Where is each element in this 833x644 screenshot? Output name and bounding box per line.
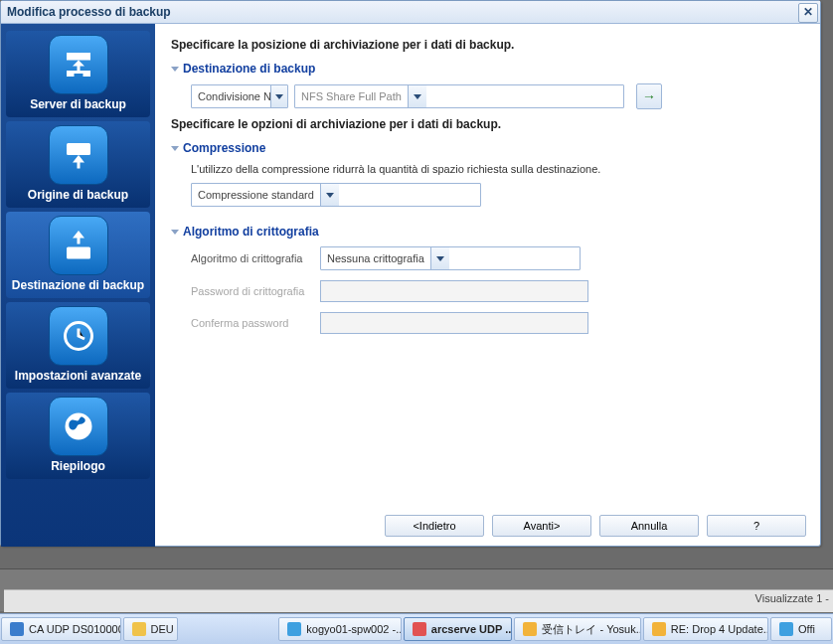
taskbar-item[interactable]: 受信トレイ - Yosuk...: [514, 617, 640, 641]
sidebar-item-backup-source[interactable]: Origine di backup: [6, 121, 150, 208]
destination-path-combo[interactable]: NFS Share Full Path: [294, 84, 624, 108]
taskbar-item[interactable]: DEU: [123, 617, 179, 641]
dialog-title: Modifica processo di backup: [7, 5, 171, 19]
status-text: Visualizzate 1 -: [755, 592, 829, 604]
combo-value: Condivisione N: [192, 90, 270, 102]
sidebar-item-backup-destination[interactable]: Destinazione di backup: [6, 212, 150, 298]
page-heading-2: Specificare le opzioni di archiviazione …: [171, 117, 804, 131]
chevron-down-icon: [320, 184, 339, 206]
svg-rect-0: [67, 143, 90, 155]
clock-icon: [49, 306, 108, 366]
sidebar-item-label: Destinazione di backup: [8, 279, 148, 292]
encryption-algorithm-combo[interactable]: Nessuna crittografia: [320, 246, 581, 270]
destination-type-combo[interactable]: Condivisione N: [191, 84, 288, 108]
sidebar-item-summary[interactable]: Riepilogo: [6, 393, 150, 479]
sidebar-item-backup-server[interactable]: Server di backup: [6, 31, 150, 117]
section-title: Destinazione di backup: [183, 62, 315, 76]
taskbar-label: 受信トレイ - Yosuk...: [542, 622, 640, 637]
confirm-password-field: [320, 312, 588, 334]
taskbar-item[interactable]: CA UDP DS010000: [1, 617, 121, 641]
taskbar-label: DEU: [151, 623, 174, 635]
globe-icon: [49, 397, 108, 456]
encryption-algorithm-label: Algoritmo di crittografia: [191, 252, 320, 264]
chrome-icon: [413, 622, 426, 636]
sidebar-item-label: Impostazioni avanzate: [8, 370, 148, 383]
confirm-password-label: Conferma password: [191, 317, 320, 329]
page-heading-1: Specificare la posizione di archiviazion…: [171, 38, 804, 52]
connect-button[interactable]: →: [636, 83, 662, 109]
drive-down-icon: [49, 125, 108, 185]
taskbar-item[interactable]: arcserve UDP ...: [404, 617, 513, 641]
taskbar-item[interactable]: kogyo01-spw002 -...: [278, 617, 401, 641]
arrow-right-icon: →: [642, 88, 656, 104]
dialog-titlebar: Modifica processo di backup ✕: [1, 1, 820, 24]
section-compression-header[interactable]: Compressione: [171, 141, 804, 155]
close-button[interactable]: ✕: [798, 3, 818, 23]
taskbar-label: RE: Drop 4 Update...: [671, 623, 768, 635]
network-icon: [49, 35, 108, 94]
compression-description: L'utilizzo della compressione ridurrà la…: [191, 163, 804, 175]
combo-value: Compressione standard: [192, 189, 320, 201]
mail-icon: [652, 622, 666, 636]
collapse-icon: [171, 230, 179, 235]
chevron-down-icon: [430, 247, 449, 269]
app-icon: [10, 622, 24, 636]
help-button[interactable]: ?: [707, 515, 806, 537]
status-bar: Visualizzate 1 -: [4, 589, 833, 612]
background-area: Visualizzate 1 -: [0, 568, 833, 611]
encryption-password-field: [320, 280, 588, 302]
section-destination-header[interactable]: Destinazione di backup: [171, 62, 804, 76]
section-title: Compressione: [183, 141, 265, 155]
wizard-footer: <Indietro Avanti> Annulla ?: [385, 515, 806, 537]
sidebar-item-label: Server di backup: [8, 98, 148, 111]
encryption-password-label: Password di crittografia: [191, 285, 320, 297]
wizard-sidebar: Server di backup Origine di backup Desti…: [1, 24, 155, 547]
app-icon: [287, 622, 301, 636]
chevron-down-icon: [270, 85, 287, 107]
section-title: Algoritmo di crittografia: [183, 225, 319, 239]
chevron-down-icon: [408, 85, 426, 107]
backup-process-dialog: Modifica processo di backup ✕ Server di …: [0, 0, 821, 547]
combo-value: Nessuna crittografia: [321, 252, 430, 264]
taskbar-item[interactable]: RE: Drop 4 Update...: [643, 617, 768, 641]
sidebar-item-label: Riepilogo: [8, 460, 148, 473]
taskbar-label: CA UDP DS010000: [29, 623, 121, 635]
sidebar-item-advanced-settings[interactable]: Impostazioni avanzate: [6, 302, 150, 389]
compression-combo[interactable]: Compressione standard: [191, 183, 481, 207]
cancel-button[interactable]: Annulla: [599, 515, 699, 537]
folder-icon: [132, 622, 146, 636]
wizard-content: Specificare la posizione di archiviazion…: [155, 24, 820, 547]
taskbar-label: Offi: [798, 623, 815, 635]
app-icon: [779, 622, 793, 636]
next-button[interactable]: Avanti>: [492, 515, 591, 537]
back-button[interactable]: <Indietro: [385, 515, 484, 537]
taskbar-label: arcserve UDP ...: [431, 623, 513, 635]
windows-taskbar: CA UDP DS010000 DEU kogyo01-spw002 -... …: [0, 613, 833, 644]
collapse-icon: [171, 146, 179, 151]
section-encryption-header[interactable]: Algoritmo di crittografia: [171, 225, 804, 239]
mail-icon: [523, 622, 537, 636]
taskbar-label: kogyo01-spw002 -...: [306, 623, 401, 635]
drive-into-icon: [49, 216, 108, 275]
combo-placeholder: NFS Share Full Path: [295, 90, 408, 102]
svg-rect-1: [67, 247, 90, 259]
collapse-icon: [171, 67, 179, 72]
sidebar-item-label: Origine di backup: [8, 189, 148, 202]
taskbar-item[interactable]: Offi: [770, 617, 832, 641]
